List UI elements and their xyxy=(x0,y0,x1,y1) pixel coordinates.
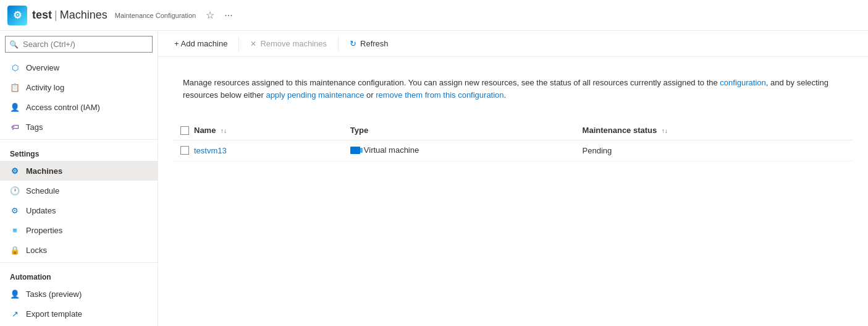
search-icon: 🔍 xyxy=(9,40,19,49)
refresh-button[interactable]: ↻ Refresh xyxy=(343,36,395,51)
remove-machines-label: Remove machines xyxy=(260,39,327,48)
header-subtitle: Maintenance Configuration xyxy=(115,12,196,19)
table-body: testvm13 Virtual machine Pending xyxy=(173,140,853,161)
table-container: Name ↑↓ Type Maintenance status ↑↓ xyxy=(158,121,868,161)
sidebar-label-updates: Updates xyxy=(26,206,56,215)
vm-type-cell: Virtual machine xyxy=(350,145,419,155)
resource-name: test xyxy=(32,9,52,22)
remove-machines-button[interactable]: ✕ Remove machines xyxy=(244,36,333,51)
header-actions: ☆ ··· xyxy=(203,7,235,24)
updates-icon: ⚙ xyxy=(10,205,20,215)
sidebar-label-activity: Activity log xyxy=(26,83,64,92)
main-content: + Add machine ✕ Remove machines ↻ Refres… xyxy=(158,31,868,326)
locks-icon: 🔒 xyxy=(10,245,20,255)
toolbar: + Add machine ✕ Remove machines ↻ Refres… xyxy=(158,31,868,57)
sidebar: 🔍 ⬡ Overview 📋 Activity log 👤 Access con… xyxy=(0,31,158,326)
sidebar-label-iam: Access control (IAM) xyxy=(26,103,100,112)
table-row: testvm13 Virtual machine Pending xyxy=(173,140,853,161)
tags-icon: 🏷 xyxy=(10,122,20,132)
vm-type-icon xyxy=(350,147,360,154)
sidebar-item-locks[interactable]: 🔒 Locks xyxy=(0,240,158,260)
table-cell-type: Virtual machine xyxy=(343,140,575,161)
row-checkbox[interactable] xyxy=(180,146,189,155)
sidebar-item-access-control[interactable]: 👤 Access control (IAM) xyxy=(0,97,158,117)
info-box: Manage resources assigned to this mainte… xyxy=(168,67,858,111)
activity-icon: 📋 xyxy=(10,82,20,92)
export-icon: ↗ xyxy=(10,309,20,319)
info-link-1[interactable]: configuration xyxy=(720,78,765,87)
schedule-icon: 🕐 xyxy=(10,186,20,195)
column-type-label: Type xyxy=(350,126,368,135)
sidebar-item-properties[interactable]: ≡ Properties xyxy=(0,220,158,240)
table-cell-name: testvm13 xyxy=(173,140,343,161)
machines-table: Name ↑↓ Type Maintenance status ↑↓ xyxy=(173,121,853,161)
sidebar-label-export: Export template xyxy=(26,309,82,319)
machines-icon: ⚙ xyxy=(10,166,20,176)
status-sort-icon[interactable]: ↑↓ xyxy=(662,127,668,134)
add-machine-label: + Add machine xyxy=(174,39,227,48)
info-link-2[interactable]: apply pending maintenance xyxy=(266,90,364,100)
sidebar-item-machines[interactable]: ⚙ Machines xyxy=(0,161,158,181)
properties-icon: ≡ xyxy=(10,225,20,235)
top-header: ⚙ test | Machines Maintenance Configurat… xyxy=(0,0,868,31)
column-name-label: Name ↑↓ xyxy=(194,126,227,135)
divider-settings xyxy=(0,139,158,140)
automation-section-label: Automation xyxy=(0,265,158,284)
sidebar-item-tags[interactable]: 🏷 Tags xyxy=(0,117,158,137)
sidebar-item-tasks[interactable]: 👤 Tasks (preview) xyxy=(0,284,158,304)
column-status-label: Maintenance status ↑↓ xyxy=(583,126,668,135)
remove-icon: ✕ xyxy=(250,40,256,48)
main-layout: 🔍 ⬡ Overview 📋 Activity log 👤 Access con… xyxy=(0,31,868,326)
favorite-button[interactable]: ☆ xyxy=(203,7,217,24)
search-container: 🔍 xyxy=(5,36,153,53)
sidebar-label-properties: Properties xyxy=(26,226,62,235)
more-options-button[interactable]: ··· xyxy=(222,7,235,24)
add-machine-button[interactable]: + Add machine xyxy=(168,36,234,51)
header-separator: | xyxy=(54,9,57,22)
sidebar-label-tasks: Tasks (preview) xyxy=(26,290,82,299)
sidebar-item-updates[interactable]: ⚙ Updates xyxy=(0,200,158,220)
refresh-icon: ↻ xyxy=(350,39,356,48)
sidebar-label-tags: Tags xyxy=(26,122,43,132)
column-header-type: Type xyxy=(343,121,575,140)
sidebar-item-schedule[interactable]: 🕐 Schedule xyxy=(0,181,158,200)
sidebar-label-locks: Locks xyxy=(26,246,47,255)
vm-name-link[interactable]: testvm13 xyxy=(194,146,227,155)
iam-icon: 👤 xyxy=(10,102,20,112)
table-header: Name ↑↓ Type Maintenance status ↑↓ xyxy=(173,121,853,140)
select-all-checkbox[interactable] xyxy=(180,126,189,135)
refresh-label: Refresh xyxy=(360,39,389,48)
overview-icon: ⬡ xyxy=(10,62,20,72)
name-sort-icon[interactable]: ↑↓ xyxy=(221,127,227,134)
header-title: test | Machines xyxy=(32,9,107,22)
sidebar-label-overview: Overview xyxy=(26,63,59,72)
divider-automation xyxy=(0,262,158,263)
app-icon: ⚙ xyxy=(7,6,27,25)
table-cell-status: Pending xyxy=(575,140,853,161)
column-header-checkbox: Name ↑↓ xyxy=(173,121,343,140)
sidebar-label-machines: Machines xyxy=(26,166,62,176)
column-header-maintenance-status: Maintenance status ↑↓ xyxy=(575,121,853,140)
sidebar-label-schedule: Schedule xyxy=(26,186,59,195)
sidebar-item-activity-log[interactable]: 📋 Activity log xyxy=(0,77,158,97)
search-input[interactable] xyxy=(5,36,153,53)
tasks-icon: 👤 xyxy=(10,289,20,299)
toolbar-separator-1 xyxy=(238,36,239,51)
info-link-3[interactable]: remove them from this configuration xyxy=(376,90,504,100)
vm-type-label: Virtual machine xyxy=(364,145,419,155)
header-page: Machines xyxy=(60,9,107,22)
info-text: Manage resources assigned to this mainte… xyxy=(183,77,843,101)
sidebar-item-overview[interactable]: ⬡ Overview xyxy=(0,58,158,77)
settings-section-label: Settings xyxy=(0,142,158,161)
sidebar-item-export[interactable]: ↗ Export template xyxy=(0,304,158,324)
toolbar-separator-2 xyxy=(338,36,339,51)
